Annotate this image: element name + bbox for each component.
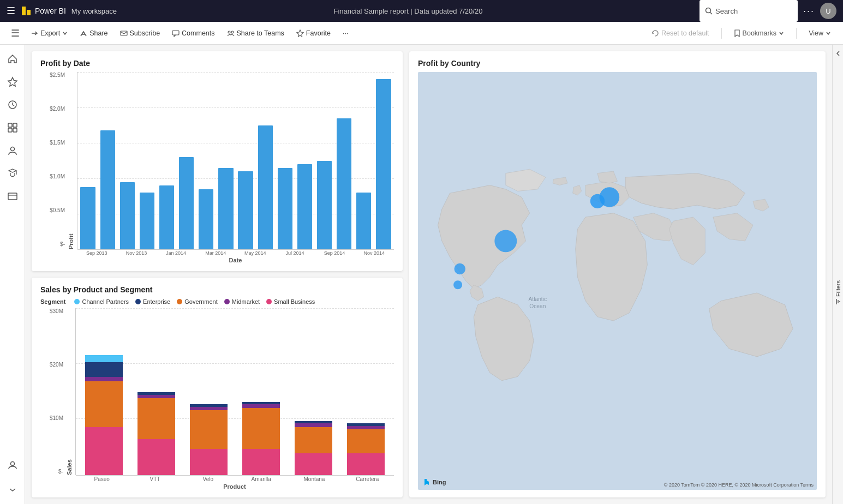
user-avatar[interactable]: U (820, 3, 836, 19)
hamburger-menu[interactable]: ☰ (7, 5, 15, 17)
bar-col[interactable] (335, 72, 354, 249)
share-teams-btn[interactable]: Share to Teams (222, 27, 290, 39)
stack-segment (85, 355, 123, 362)
favorite-btn[interactable]: Favorite (291, 27, 336, 39)
bookmarks-chevron-icon (779, 31, 784, 36)
bar-col[interactable] (137, 72, 156, 249)
view-btn[interactable]: View (803, 27, 836, 39)
profit-bar (297, 164, 312, 249)
legend-dot (266, 299, 272, 304)
bar-col[interactable] (315, 72, 334, 249)
sales-y-0: $- (58, 469, 63, 475)
legend-item[interactable]: Small Business (266, 298, 315, 305)
stacked-bar-col[interactable] (185, 308, 232, 475)
stacked-bar-col[interactable] (80, 308, 127, 475)
y-label-0_5m: $0.5M (50, 207, 65, 213)
filters-label[interactable]: Filters (835, 259, 841, 305)
bar-col[interactable] (177, 72, 196, 249)
stacked-bar-col[interactable] (343, 308, 390, 475)
sidebar-item-recent[interactable] (3, 95, 22, 115)
bar-col[interactable] (118, 72, 136, 249)
x-axis-label-profit: Date (77, 257, 394, 263)
comments-btn[interactable]: Comments (166, 27, 220, 39)
profit-by-date-title: Profit by Date (40, 59, 394, 68)
right-panel: Filters (832, 45, 843, 504)
legend-dot (135, 299, 141, 304)
bar-col[interactable] (217, 72, 235, 249)
profit-bar (376, 79, 391, 249)
legend-item[interactable]: Enterprise (135, 298, 170, 305)
map-bubble-france[interactable] (590, 194, 605, 208)
bar-col[interactable] (295, 72, 314, 249)
svg-rect-0 (22, 7, 26, 15)
sidebar-item-expand[interactable] (3, 478, 22, 497)
sidebar-item-account[interactable] (3, 455, 22, 475)
share-btn[interactable]: Share (74, 27, 113, 39)
map-bubble-canada[interactable] (494, 230, 517, 252)
legend-dot (224, 299, 230, 304)
bar-col[interactable] (236, 72, 255, 249)
bing-label: Bing (433, 479, 446, 485)
bar-col[interactable] (355, 72, 373, 249)
sidebar-item-home[interactable] (3, 49, 22, 69)
x-label-sales: Amarilla (235, 476, 288, 482)
sidebar-item-people[interactable] (3, 141, 22, 160)
bar-col[interactable] (276, 72, 294, 249)
stack-segment (295, 427, 332, 453)
legend-item[interactable]: Channel Partners (74, 298, 129, 305)
svg-point-21 (10, 462, 14, 466)
sales-y-10m: $10M (50, 415, 63, 421)
stack-segment (347, 453, 385, 475)
collapse-icon[interactable] (834, 49, 842, 59)
sidebar-item-favorites[interactable] (3, 72, 22, 92)
export-btn[interactable]: Export (25, 27, 73, 39)
more-btn[interactable]: ··· (337, 27, 354, 39)
sidebar-item-learn[interactable] (3, 164, 22, 183)
y-label-2_5m: $2.5M (50, 72, 65, 78)
stacked-bar-col[interactable] (290, 308, 337, 475)
grid-line-bottom (77, 249, 394, 250)
legend-item[interactable]: Government (177, 298, 218, 305)
svg-rect-14 (13, 123, 17, 127)
menu-toggle-btn[interactable]: ☰ (7, 25, 24, 41)
map-bubble-mexico[interactable] (453, 280, 462, 289)
legend-item[interactable]: Midmarket (224, 298, 260, 305)
y-label-0: $- (60, 241, 65, 247)
svg-point-17 (10, 147, 14, 151)
profit-bar (159, 185, 174, 249)
stacked-bar-col[interactable] (238, 308, 285, 475)
svg-rect-19 (8, 193, 17, 200)
bar-col[interactable] (98, 72, 117, 249)
favorite-icon (296, 29, 304, 37)
legend-label: Government (184, 298, 218, 305)
stack-segment (85, 381, 123, 427)
subscribe-btn[interactable]: Subscribe (115, 27, 166, 39)
segment-legend: SegmentChannel PartnersEnterpriseGovernm… (40, 298, 394, 305)
profit-bar (218, 168, 233, 250)
left-sidebar (0, 45, 25, 504)
bar-col[interactable] (374, 72, 393, 249)
reset-default-btn[interactable]: Reset to default (646, 27, 715, 39)
svg-line-3 (710, 13, 712, 15)
sidebar-item-workspaces[interactable] (3, 187, 22, 206)
export-label: Export (40, 29, 60, 37)
profit-bar (317, 161, 332, 250)
bar-col[interactable] (79, 72, 97, 249)
main-layout: Profit by Date $2.5M $2.0M $1.5M $1.0M $… (0, 45, 843, 504)
search-box[interactable]: Search (699, 0, 798, 22)
map-bubble-usa[interactable] (455, 263, 465, 274)
stacked-bar (295, 421, 332, 475)
view-chevron-icon (826, 31, 831, 36)
stacked-bar-col[interactable] (133, 308, 180, 475)
more-options-btn[interactable]: ··· (803, 5, 815, 17)
sidebar-item-apps[interactable] (3, 118, 22, 137)
bar-col[interactable] (197, 72, 216, 249)
bar-col[interactable] (158, 72, 176, 249)
sales-chart-title: Sales by Product and Segment (40, 285, 394, 294)
bookmarks-btn[interactable]: Bookmarks (728, 27, 790, 39)
stack-segment (137, 395, 175, 399)
map-container[interactable]: Atlantic Ocean (418, 72, 817, 490)
bar-col[interactable] (256, 72, 274, 249)
workspace-label[interactable]: My workspace (71, 7, 117, 15)
svg-marker-10 (297, 30, 303, 37)
